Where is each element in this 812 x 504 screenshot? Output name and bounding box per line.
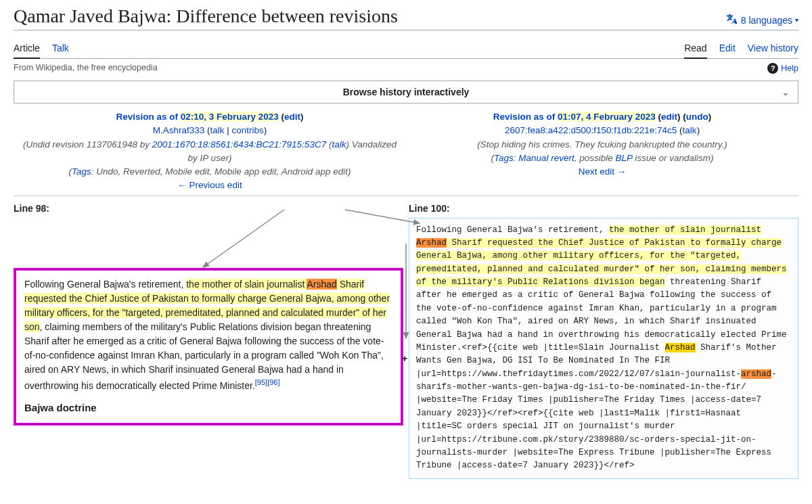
tags-link[interactable]: Tags (72, 166, 91, 177)
left-tabs: Article Talk (14, 43, 69, 58)
help-link[interactable]: ? Help (767, 63, 798, 74)
title-text: Qamar Javed Bajwa: Difference between re… (14, 5, 398, 27)
right-talk-link[interactable]: talk (683, 125, 697, 135)
blp-link[interactable]: BLP (616, 153, 633, 163)
browse-history-box[interactable]: Browse history interactively ⌄ (14, 81, 798, 104)
left-talk-link[interactable]: talk (210, 125, 224, 135)
left-edit-link[interactable]: edit (284, 112, 300, 122)
left-diff-col: Line 98: Following General Bajwa's retir… (14, 203, 403, 479)
manual-revert-link[interactable]: Manual revert (518, 153, 574, 163)
right-tabs: Read Edit View history (684, 43, 798, 58)
right-summary: (Stop hiding his crimes. They fcuking ba… (413, 138, 792, 152)
help-icon: ? (767, 63, 778, 74)
chevron-down-icon: ▾ (795, 16, 798, 24)
tab-edit[interactable]: Edit (719, 43, 736, 58)
left-ip-link[interactable]: 2001:1670:18:8561:6434:BC21:7915:53C7 (152, 139, 326, 150)
chevron-down-icon: ⌄ (782, 87, 790, 97)
right-rev-link[interactable]: Revision as of 01:07, 4 February 2023 (493, 112, 656, 122)
left-contribs-link[interactable]: contribs (232, 125, 264, 135)
diff-area: Line 98: Following General Bajwa's retir… (14, 203, 798, 479)
tags-link[interactable]: Tags (494, 153, 514, 163)
tab-view-history[interactable]: View history (748, 43, 798, 58)
translate-icon (726, 13, 738, 27)
left-ip-talk-link[interactable]: talk (332, 139, 346, 150)
tab-talk[interactable]: Talk (52, 43, 69, 58)
right-revision: Revision as of 01:07, 4 February 2023 (e… (406, 108, 798, 196)
tagline: From Wikipedia, the free encyclopedia (14, 63, 158, 74)
tab-article[interactable]: Article (14, 43, 40, 59)
right-undo-link[interactable]: undo (686, 112, 708, 122)
ref-95[interactable]: [95] (255, 378, 267, 386)
languages-link[interactable]: 8 languages ▾ (726, 13, 798, 27)
left-revision: Revision as of 02:10, 3 February 2023 (e… (14, 108, 406, 196)
revision-columns: Revision as of 02:10, 3 February 2023 (e… (14, 108, 798, 196)
ref-96[interactable]: [96] (267, 378, 279, 386)
right-line-label: Line 100: (409, 203, 798, 214)
left-diff-box: Following General Bajwa's retirement, th… (14, 268, 403, 426)
right-ip-link[interactable]: 2607:fea8:a422:d500:f150:f1db:221e:74c5 (505, 125, 677, 135)
next-edit-link[interactable]: Next edit → (579, 166, 627, 177)
tab-read[interactable]: Read (684, 43, 706, 59)
left-user-link[interactable]: M.Ashraf333 (153, 125, 205, 135)
subheader: From Wikipedia, the free encyclopedia ? … (14, 63, 798, 74)
right-diff-box: Following General Bajwa's retirement, th… (409, 218, 798, 479)
right-edit-link[interactable]: edit (661, 112, 677, 122)
left-line-label: Line 98: (14, 203, 403, 214)
subsection-heading: Bajwa doctrine (24, 400, 392, 416)
browse-label: Browse history interactively (343, 87, 470, 97)
plus-marker: + (402, 353, 407, 364)
right-diff-col: Line 100: Following General Bajwa's reti… (409, 203, 798, 479)
page-title: Qamar Javed Bajwa: Difference between re… (14, 5, 798, 30)
prev-edit-link[interactable]: ← Previous edit (177, 180, 242, 190)
left-rev-link[interactable]: Revision as of 02:10, 3 February 2023 (116, 112, 279, 122)
tabs-row: Article Talk Read Edit View history (14, 43, 798, 59)
